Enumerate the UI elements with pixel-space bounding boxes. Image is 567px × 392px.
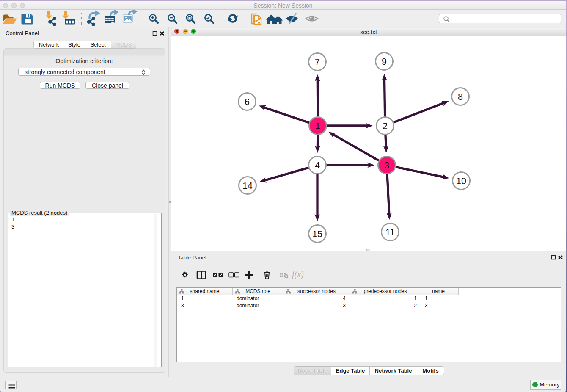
svg-text:2: 2 <box>383 121 388 131</box>
svg-text:6: 6 <box>245 97 250 107</box>
svg-text:9: 9 <box>382 57 387 67</box>
svg-text:11: 11 <box>385 227 395 237</box>
svg-text:4: 4 <box>315 160 320 171</box>
svg-text:15: 15 <box>312 229 322 239</box>
svg-text:14: 14 <box>242 181 253 191</box>
svg-text:10: 10 <box>456 176 466 186</box>
svg-text:3: 3 <box>384 160 389 171</box>
svg-text:f(x): f(x) <box>292 270 304 279</box>
svg-text:1: 1 <box>315 121 320 131</box>
svg-text:8: 8 <box>458 92 463 102</box>
svg-text:7: 7 <box>315 57 320 67</box>
